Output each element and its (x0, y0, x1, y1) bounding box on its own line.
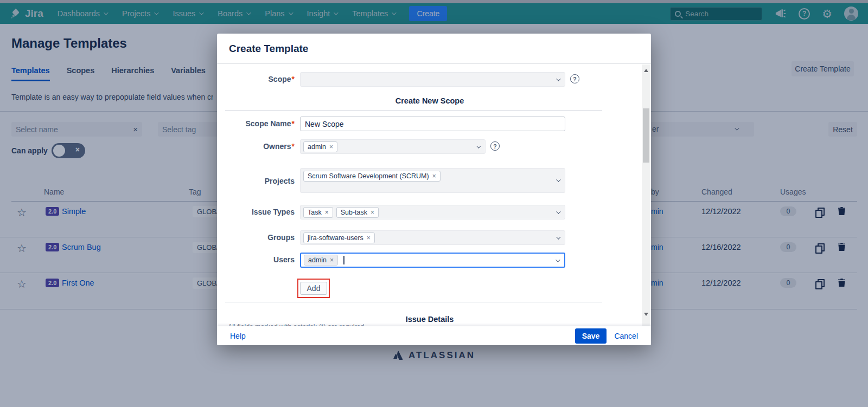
remove-icon[interactable]: × (325, 209, 329, 216)
chevron-down-icon (556, 76, 560, 81)
scroll-up-arrow[interactable] (644, 69, 648, 72)
scope-section-heading: Create New Scope (217, 96, 642, 105)
scope-help-icon[interactable]: ? (570, 74, 579, 83)
cancel-link[interactable]: Cancel (614, 332, 638, 340)
users-select[interactable]: admin× (300, 253, 565, 268)
issue-type-chip: Sub-task× (336, 207, 379, 218)
owners-help-icon[interactable]: ? (490, 141, 500, 151)
chevron-down-icon (556, 235, 560, 239)
screen: Jira Dashboards Projects Issues Boards P… (0, 0, 868, 407)
required-asterisk: * (292, 142, 295, 151)
remove-icon[interactable]: × (329, 143, 333, 151)
required-asterisk: * (292, 75, 295, 83)
save-button[interactable]: Save (575, 328, 607, 344)
section-divider (225, 302, 602, 302)
scope-name-value: New Scope (305, 120, 344, 128)
groups-label: Groups (217, 233, 295, 242)
remove-icon[interactable]: × (432, 172, 436, 180)
dialog-body: Scope* ? Create New Scope Scope Name* Ne… (217, 64, 651, 326)
create-template-dialog: Create Template Scope* ? Create New Scop… (217, 34, 651, 345)
chevron-down-icon (476, 144, 481, 148)
text-caret (343, 256, 344, 264)
project-chip: Scrum Software Development (SCRUM)× (303, 171, 441, 182)
dialog-scrollbar[interactable] (642, 64, 650, 326)
projects-label: Projects (217, 177, 295, 185)
scope-label: Scope* (217, 75, 295, 83)
remove-icon[interactable]: × (330, 256, 334, 264)
groups-select[interactable]: jira-software-users× (300, 230, 565, 245)
projects-select[interactable]: Scrum Software Development (SCRUM)× (300, 168, 565, 193)
scope-name-input[interactable]: New Scope (300, 117, 565, 131)
scroll-down-arrow[interactable] (644, 313, 648, 316)
remove-icon[interactable]: × (367, 234, 371, 242)
group-chip: jira-software-users× (303, 232, 375, 243)
chevron-down-icon (556, 177, 560, 182)
dialog-title: Create Template (229, 43, 308, 55)
chevron-down-icon (556, 209, 560, 214)
dialog-footer: Help Save Cancel (217, 326, 651, 345)
scope-name-label: Scope Name* (217, 119, 295, 128)
click-annotation-rectangle (297, 279, 330, 298)
user-chip: admin× (304, 255, 338, 266)
issue-types-label: Issue Types (217, 208, 295, 216)
scrollbar-thumb[interactable] (643, 108, 649, 163)
owners-select[interactable]: admin× (300, 139, 486, 154)
dialog-header: Create Template (217, 34, 651, 64)
issue-types-select[interactable]: Task× Sub-task× (300, 205, 565, 219)
owner-chip: admin× (303, 141, 337, 152)
owners-label: Owners* (217, 142, 295, 151)
remove-icon[interactable]: × (371, 209, 374, 216)
section-divider (225, 110, 602, 111)
issue-type-chip: Task× (303, 207, 333, 218)
chevron-down-icon (556, 257, 560, 262)
users-label: Users (217, 255, 295, 264)
issue-section-heading: Issue Details (217, 315, 642, 324)
scope-select[interactable] (300, 72, 565, 87)
help-link[interactable]: Help (230, 332, 246, 340)
required-asterisk: * (292, 119, 295, 128)
